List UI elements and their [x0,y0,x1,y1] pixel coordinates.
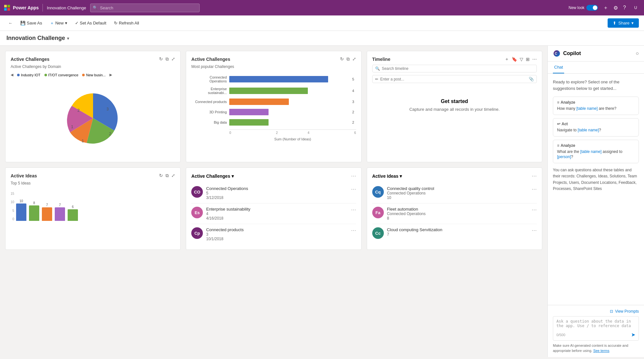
timeline-post-input[interactable] [380,77,527,81]
legend-dot-itot [44,74,47,76]
new-label: New [55,21,64,25]
challenge-content-1: Enterprise sustainability 4 4/16/2018 [206,207,347,221]
active-challenges-bar-card: Active Challenges ↻ ⧉ ⤢ Most popular Cha… [186,51,361,162]
suggestion-link-2b[interactable]: [person] [557,155,571,159]
svg-text:2: 2 [77,108,80,113]
pie-refresh-icon[interactable]: ↻ [159,56,163,62]
ideas-refresh-icon[interactable]: ↻ [159,173,163,178]
user-avatar[interactable]: U [631,3,640,12]
idea-content-1: Fleet automation Connected Operations 8 [387,207,528,221]
copilot-tables: You can ask questions about these tables… [553,167,639,192]
bar-group-1: 8 [29,192,39,221]
add-icon[interactable]: ＋ [603,5,608,11]
timeline-add-icon[interactable]: ＋ [505,56,509,62]
save-as-button[interactable]: 💾 Save As [17,19,45,27]
svg-rect-1 [7,5,10,7]
idea-initials-1: Fa [375,210,380,215]
active-challenges-list-card: Active Challenges ▾ ⋯ CO Connected Opera… [186,167,361,250]
idea-count-2: 7 [387,232,528,237]
timeline-bookmark-icon[interactable]: 🔖 [512,57,517,62]
send-button[interactable]: ➤ [631,332,635,338]
refresh-label: Refresh All [119,21,139,25]
timeline-filter-icon[interactable]: ▽ [520,57,523,62]
new-chevron-icon: ▾ [65,21,67,25]
page-title: Innovation Challenge [6,35,65,42]
ideas-list-more-icon[interactable]: ⋯ [532,173,537,179]
search-input[interactable] [90,4,200,12]
timeline-grid-icon[interactable]: ⊞ [526,57,530,62]
share-button[interactable]: ⬆ Share ▾ [608,18,639,28]
pie-legend-next[interactable]: ▶ [109,73,112,77]
back-button[interactable]: ← [5,19,16,27]
legend-label-newbiz: New busin... [86,73,106,77]
pie-legend-prev[interactable]: ◀ [11,73,13,77]
challenges-list-more-icon[interactable]: ⋯ [351,173,356,179]
timeline-icons: ＋ 🔖 ▽ ⊞ ⋯ [505,56,537,62]
timeline-empty-sub: Capture and manage all records in your t… [409,107,499,112]
edit-icon: ✏ [375,77,378,81]
attachment-icon[interactable]: 📎 [529,77,534,81]
copilot-title-text: Copilot [563,51,581,56]
challenge-count-0: 5 [206,191,347,195]
pie-copy-icon[interactable]: ⧉ [166,56,169,62]
timeline-more-icon[interactable]: ⋯ [532,57,537,62]
share-chevron-icon: ▾ [631,21,634,25]
bar-label-2: Connected products [191,100,227,104]
copilot-close-icon[interactable]: ○ [636,51,639,56]
active-ideas-subtitle: Top 5 Ideas [11,181,175,185]
new-look-switch[interactable] [586,5,598,11]
suggestion-0[interactable]: ≡ Analyze How many [table name] are ther… [553,97,639,115]
suggestion-link-0[interactable]: [table name] [576,106,598,111]
suggestion-type-0: ≡ Analyze [557,100,635,105]
bar-group-3: 7 [55,192,65,221]
legend-dot-newbiz [82,74,85,76]
tab-chat[interactable]: Chat [553,61,564,73]
challenge-more-1[interactable]: ⋯ [351,207,356,213]
suggestion-2[interactable]: ≡ Analyze What are the [table name] assi… [553,140,639,164]
settings-icon[interactable]: ⚙ [613,5,618,11]
idea-content-2: Cloud computing Servitization 7 [387,227,528,237]
bar3 [55,207,65,221]
page-title-chevron-icon[interactable]: ▾ [67,36,69,41]
idea-count-1: 8 [387,216,528,221]
suggestion-link-1[interactable]: [table name] [578,128,599,132]
idea-avatar-2: Cc [372,227,384,239]
svg-text:2: 2 [109,132,111,136]
help-icon[interactable]: ? [623,5,626,11]
refresh-button[interactable]: ↻ Refresh All [111,19,142,27]
idea-item-0: Cq Connected quality control Connected O… [372,183,537,203]
view-prompts-button[interactable]: ⊡ View Prompts [553,309,639,314]
suggestion-link-2a[interactable]: [table name] [580,149,601,154]
bar-expand-icon[interactable]: ⤢ [352,56,356,62]
copilot-chat-input[interactable] [556,319,635,331]
suggestion-1[interactable]: ↩ Act Navigate to [table name]? [553,118,639,137]
ideas-list-chevron-icon[interactable]: ▾ [400,174,402,179]
idea-more-2[interactable]: ⋯ [532,227,537,233]
refresh-icon: ↻ [114,21,118,25]
set-default-button[interactable]: ✓ Set As Default [72,19,109,27]
challenges-list-chevron-icon[interactable]: ▾ [232,174,234,179]
active-ideas-bar-card: Active Ideas ↻ ⧉ ⤢ Top 5 Ideas 15 10 5 0… [5,167,181,250]
timeline-search-input[interactable] [382,66,534,71]
copilot-header: C Copilot ○ [548,46,644,61]
ideas-copy-icon[interactable]: ⧉ [166,173,169,178]
see-terms-link[interactable]: See terms [593,349,609,353]
svg-text:1: 1 [81,139,84,143]
brand-logo: Power Apps [4,5,39,11]
suggestion-text-2: What are the [table name] assigned to [p… [557,149,635,160]
challenge-item-0: CO Connected Operations 5 3/12/2018 ⋯ [191,183,356,203]
bar-group-2: 7 [42,192,52,221]
suggestion-type-1: ↩ Act [557,122,635,126]
challenge-more-2[interactable]: ⋯ [351,227,356,233]
idea-more-1[interactable]: ⋯ [532,207,537,213]
ideas-expand-icon[interactable]: ⤢ [171,173,175,178]
new-button[interactable]: ＋ New ▾ [47,18,71,28]
bar-refresh-icon[interactable]: ↻ [340,56,344,62]
disclaimer-text: Make sure AI-generated content is accura… [553,344,628,352]
bar-card-subtitle: Most popular Challenges [191,64,356,69]
pie-expand-icon[interactable]: ⤢ [171,56,175,62]
bar-copy-icon[interactable]: ⧉ [346,56,350,62]
idea-more-0[interactable]: ⋯ [532,186,537,192]
challenge-more-0[interactable]: ⋯ [351,186,356,192]
bar0 [16,203,26,221]
